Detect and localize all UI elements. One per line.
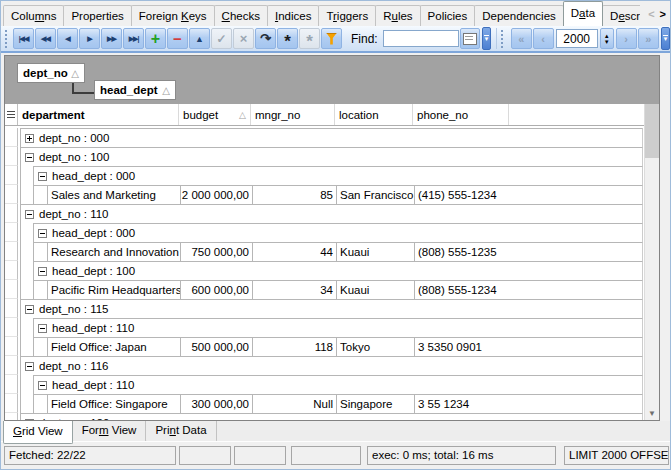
table-row[interactable]: Field Office: Singapore300 000,00NullSin…	[5, 394, 645, 413]
next-page-button[interactable]: ▶▶	[101, 28, 122, 49]
cell-budget[interactable]: 300 000,00	[180, 395, 252, 413]
table-row[interactable]: Research and Innovation750 000,0044Kuaui…	[5, 242, 645, 261]
cell-mngr-no[interactable]: 118	[252, 338, 336, 356]
tab-data[interactable]: Data	[563, 1, 603, 26]
page-size-stepper[interactable]: ▲▼	[600, 28, 614, 49]
tab-checks[interactable]: Checks	[214, 5, 268, 26]
cell-department[interactable]: Research and Innovation	[47, 243, 180, 261]
row-indicator-cell[interactable]	[5, 280, 18, 299]
collapse-minus-icon[interactable]	[25, 210, 34, 219]
page-size-input[interactable]	[556, 29, 598, 48]
tab-policies[interactable]: Policies	[420, 5, 476, 26]
cell-phone-no[interactable]: 3 5350 0901	[414, 338, 510, 356]
collapse-minus-icon[interactable]	[38, 172, 47, 181]
tab-rules[interactable]: Rules	[375, 5, 420, 26]
next-record-button[interactable]: ▶	[79, 28, 100, 49]
expand-plus-icon[interactable]	[25, 134, 34, 143]
scrollbar-thumb[interactable]	[645, 104, 659, 158]
row-indicator-cell[interactable]	[5, 318, 18, 337]
table-row[interactable]: Sales and Marketing2 000 000,0085San Fra…	[5, 185, 645, 204]
view-tab-grid-view[interactable]: Grid View	[3, 421, 73, 444]
row-indicator-cell[interactable]	[5, 128, 18, 147]
tab-scroll-left-icon[interactable]: <	[648, 8, 654, 20]
indicator-header-cell[interactable]	[5, 104, 18, 125]
cell-phone-no[interactable]: 3 55 1234	[414, 395, 510, 413]
tab-dependencies[interactable]: Dependencies	[474, 5, 564, 26]
row-indicator-cell[interactable]	[5, 375, 18, 394]
fetch-next-button[interactable]: *	[299, 28, 320, 49]
page-first-button[interactable]: «	[511, 28, 532, 49]
collapse-minus-icon[interactable]	[38, 229, 47, 238]
cell-department[interactable]: Field Office: Japan	[47, 338, 180, 356]
cell-budget[interactable]: 750 000,00	[180, 243, 252, 261]
cell-location[interactable]: Singapore	[336, 395, 414, 413]
collapse-minus-icon[interactable]	[38, 267, 47, 276]
column-header-department[interactable]: department	[18, 104, 179, 125]
collapse-minus-icon[interactable]	[38, 324, 47, 333]
group-row[interactable]: head_dept : 110	[5, 318, 645, 337]
view-tab-print-data[interactable]: Print Data	[145, 421, 216, 442]
row-indicator-cell[interactable]	[5, 147, 18, 166]
cell-department[interactable]: Field Office: Singapore	[47, 395, 180, 413]
cell-location[interactable]: Kuaui	[336, 243, 414, 261]
page-last-button[interactable]: »	[638, 28, 659, 49]
cell-phone-no[interactable]: (808) 555-1234	[414, 281, 510, 299]
group-field-dept-no[interactable]: dept_no△	[17, 63, 85, 83]
group-row[interactable]: head_dept : 000	[5, 223, 645, 242]
group-row[interactable]: dept_no : 000	[5, 128, 645, 147]
tab-indices[interactable]: Indices	[267, 5, 319, 26]
set-filter-button[interactable]	[321, 28, 342, 49]
table-row[interactable]: Field Office: Japan500 000,00118Tokyo3 5…	[5, 337, 645, 356]
prior-page-button[interactable]: ◀◀	[35, 28, 56, 49]
expand-plus-icon[interactable]	[25, 419, 34, 421]
page-prior-button[interactable]: ‹	[533, 28, 554, 49]
cancel-edit-button[interactable]: ×	[233, 28, 254, 49]
prior-record-button[interactable]: ◀	[57, 28, 78, 49]
insert-record-button[interactable]: +	[145, 28, 166, 49]
find-options-button[interactable]	[460, 28, 480, 49]
refresh-records-button[interactable]: ↷	[255, 28, 276, 49]
group-row[interactable]: dept_no : 110	[5, 204, 645, 223]
group-row[interactable]: dept_no : 115	[5, 299, 645, 318]
first-record-button[interactable]: |◀◀	[13, 28, 34, 49]
toolbar-grip[interactable]	[5, 30, 9, 48]
cell-location[interactable]: Tokyo	[336, 338, 414, 356]
tab-properties[interactable]: Properties	[63, 5, 131, 26]
group-field-head-dept[interactable]: head_dept△	[94, 80, 176, 100]
column-header-location[interactable]: location	[335, 104, 413, 125]
column-header-phone-no[interactable]: phone_no	[413, 104, 509, 125]
vertical-scrollbar[interactable]: ▼	[644, 104, 659, 420]
find-input[interactable]	[383, 30, 459, 47]
cell-mngr-no[interactable]: 34	[252, 281, 336, 299]
row-indicator-cell[interactable]	[5, 166, 18, 185]
spinner-down-icon[interactable]: ▼	[604, 39, 610, 45]
cell-mngr-no[interactable]: Null	[252, 395, 336, 413]
cell-phone-no[interactable]: (415) 555-1234	[414, 186, 510, 204]
collapse-minus-icon[interactable]	[25, 305, 34, 314]
group-row[interactable]: head_dept : 000	[5, 166, 645, 185]
table-row[interactable]: Pacific Rim Headquarters600 000,0034Kuau…	[5, 280, 645, 299]
cell-mngr-no[interactable]: 44	[252, 243, 336, 261]
row-indicator-cell[interactable]	[5, 356, 18, 375]
cell-department[interactable]: Sales and Marketing	[47, 186, 180, 204]
cell-phone-no[interactable]: (808) 555-1235	[414, 243, 510, 261]
scrollbar-down-arrow-icon[interactable]: ▼	[645, 409, 659, 419]
find-toolbar-overflow-button[interactable]: ▼	[482, 27, 491, 50]
cell-budget[interactable]: 600 000,00	[180, 281, 252, 299]
collapse-minus-icon[interactable]	[25, 153, 34, 162]
pager-toolbar-grip[interactable]	[501, 30, 505, 48]
tab-columns[interactable]: Columns	[3, 5, 64, 26]
post-edit-button[interactable]: ✓	[211, 28, 232, 49]
row-indicator-cell[interactable]	[5, 337, 18, 356]
group-row[interactable]: dept_no : 100	[5, 147, 645, 166]
row-indicator-cell[interactable]	[5, 394, 18, 413]
cell-location[interactable]: Kuaui	[336, 281, 414, 299]
pager-toolbar-overflow-button[interactable]: ▼	[661, 27, 670, 50]
group-row[interactable]: dept_no : 116	[5, 356, 645, 375]
delete-record-button[interactable]: −	[167, 28, 188, 49]
column-header-mngr-no[interactable]: mngr_no	[251, 104, 335, 125]
cell-department[interactable]: Pacific Rim Headquarters	[47, 281, 180, 299]
page-next-button[interactable]: ›	[616, 28, 637, 49]
edit-record-button[interactable]: ▲	[189, 28, 210, 49]
collapse-minus-icon[interactable]	[25, 362, 34, 371]
